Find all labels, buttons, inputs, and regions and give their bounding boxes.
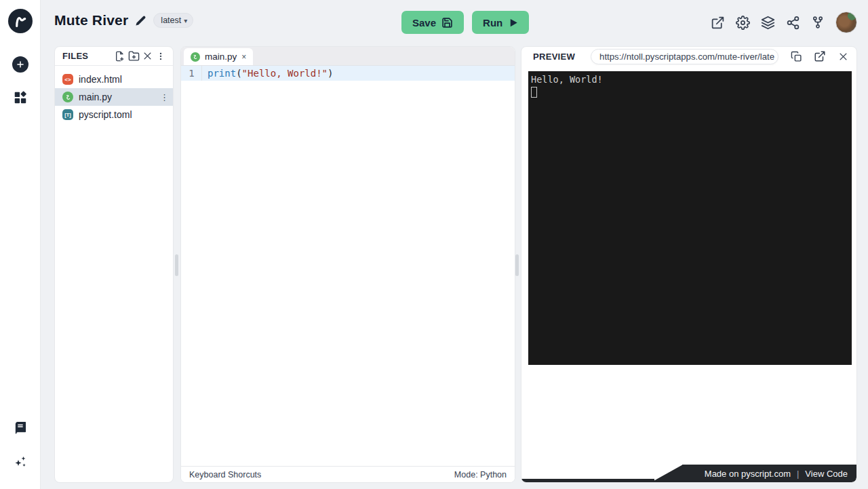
ai-assistant-button[interactable] — [12, 454, 28, 470]
code-editor[interactable]: 1 print("Hello, World!") — [181, 66, 515, 81]
python-file-icon — [62, 92, 73, 102]
plus-icon — [16, 60, 25, 69]
files-menu-button[interactable] — [154, 50, 167, 63]
dashboard-button[interactable] — [13, 90, 28, 105]
left-rail — [0, 0, 41, 489]
python-swirl — [64, 94, 72, 101]
made-on-label: Made on pyscript.com — [705, 469, 791, 479]
new-project-button[interactable] — [12, 56, 28, 73]
save-floppy-icon — [441, 17, 453, 28]
view-code-link[interactable]: View Code — [805, 469, 848, 479]
settings-button[interactable] — [735, 15, 750, 30]
ribbon-ramp — [650, 465, 683, 482]
delete-file-button[interactable] — [140, 50, 154, 63]
ribbon-strip — [521, 479, 654, 482]
save-button-label: Save — [412, 17, 436, 28]
share-button[interactable] — [785, 15, 800, 30]
ribbon-divider: | — [797, 469, 799, 479]
gear-icon — [736, 16, 750, 30]
tab-main-py[interactable]: main.py × — [184, 48, 253, 65]
toml-file-icon: [T] — [62, 109, 73, 120]
new-folder-button[interactable] — [127, 50, 140, 63]
project-title: Mute River — [54, 12, 128, 28]
close-preview-button[interactable] — [837, 50, 850, 63]
code-text: print("Hello, World!") — [202, 66, 333, 81]
files-panel: FILES <> index.html — [54, 46, 174, 483]
token-string: "Hello, World!" — [242, 68, 328, 79]
versions-button[interactable] — [760, 15, 775, 30]
tab-close-button[interactable]: × — [241, 52, 246, 62]
docs-button[interactable] — [13, 421, 28, 436]
terminal-output-line: Hello, World! — [531, 73, 849, 86]
keyboard-shortcuts-link[interactable]: Keyboard Shorcuts — [189, 470, 261, 480]
new-folder-icon — [128, 50, 140, 62]
editor-panel: main.py × 1 print("Hello, World!") Keybo… — [180, 46, 515, 483]
chevron-down-icon: ▾ — [184, 17, 187, 24]
x-icon — [142, 51, 153, 61]
copy-url-button[interactable] — [790, 50, 802, 63]
open-preview-button[interactable] — [814, 50, 826, 63]
header-icon-group — [710, 12, 857, 33]
file-name: pyscript.toml — [79, 109, 132, 120]
token-keyword: print — [208, 68, 236, 79]
layers-icon — [761, 16, 775, 30]
top-header: Mute River latest ▾ Save Run — [41, 0, 868, 45]
files-panel-header: FILES — [55, 47, 173, 66]
token-paren: ) — [328, 68, 333, 79]
version-label: latest — [161, 16, 181, 25]
file-name: index.html — [79, 74, 122, 85]
share-icon — [786, 16, 800, 30]
preview-title: PREVIEW — [533, 52, 575, 62]
external-link-icon — [814, 50, 826, 62]
new-file-button[interactable] — [113, 50, 127, 63]
code-line-1: 1 print("Hello, World!") — [181, 66, 515, 81]
user-avatar[interactable] — [835, 12, 857, 33]
tab-label: main.py — [205, 52, 237, 62]
file-row-index-html[interactable]: <> index.html — [55, 71, 173, 88]
preview-url-field[interactable]: https://ntoll.pyscriptapps.com/mute-rive… — [591, 49, 778, 64]
editor-tabbar: main.py × — [181, 47, 515, 66]
resize-handle-left[interactable] — [175, 254, 178, 276]
terminal-cursor — [531, 87, 537, 98]
file-row-pyscript-toml[interactable]: [T] pyscript.toml — [55, 106, 173, 123]
run-play-icon — [508, 18, 518, 28]
file-name: main.py — [79, 92, 112, 102]
editor-mode-label: Mode: Python — [454, 470, 507, 480]
python-file-icon — [191, 52, 200, 62]
edit-title-button[interactable] — [135, 15, 146, 26]
open-app-button[interactable] — [710, 15, 725, 30]
ribbon-badge: Made on pyscript.com | View Code — [682, 465, 856, 482]
editor-statusbar: Keyboard Shorcuts Mode: Python — [181, 466, 515, 482]
file-list: <> index.html main.py ⋮ [T] pyscript.tom… — [55, 66, 173, 123]
save-button[interactable]: Save — [401, 11, 464, 34]
resize-handle-right[interactable] — [515, 254, 519, 276]
version-dropdown[interactable]: latest ▾ — [153, 13, 193, 28]
close-icon — [838, 52, 848, 62]
book-icon — [13, 421, 28, 436]
new-file-icon — [115, 51, 125, 62]
git-fork-icon — [811, 16, 825, 29]
preview-header: PREVIEW https://ntoll.pyscriptapps.com/m… — [521, 47, 856, 66]
files-panel-title: FILES — [62, 51, 113, 61]
token-paren: ( — [236, 68, 241, 79]
run-button-label: Run — [483, 17, 502, 28]
python-swirl — [192, 54, 199, 60]
apps-grid-icon — [13, 90, 28, 105]
pyscript-logo[interactable] — [8, 9, 33, 33]
file-row-main-py[interactable]: main.py ⋮ — [55, 88, 173, 106]
action-buttons: Save Run — [401, 11, 529, 34]
preview-terminal[interactable]: Hello, World! — [528, 71, 852, 365]
run-button[interactable]: Run — [472, 11, 529, 34]
html-file-icon: <> — [62, 74, 73, 85]
preview-panel: PREVIEW https://ntoll.pyscriptapps.com/m… — [521, 46, 857, 483]
sparkles-icon — [12, 454, 28, 470]
copy-icon — [791, 51, 802, 62]
pyscript-ribbon: Made on pyscript.com | View Code — [521, 464, 856, 482]
project-title-group: Mute River latest ▾ — [54, 12, 193, 28]
file-menu-button[interactable]: ⋮ — [160, 92, 169, 102]
pencil-icon — [135, 15, 146, 26]
line-number: 1 — [181, 66, 202, 81]
pyscript-logo-mark — [12, 13, 28, 29]
external-link-icon — [711, 16, 725, 30]
fork-button[interactable] — [810, 15, 825, 30]
